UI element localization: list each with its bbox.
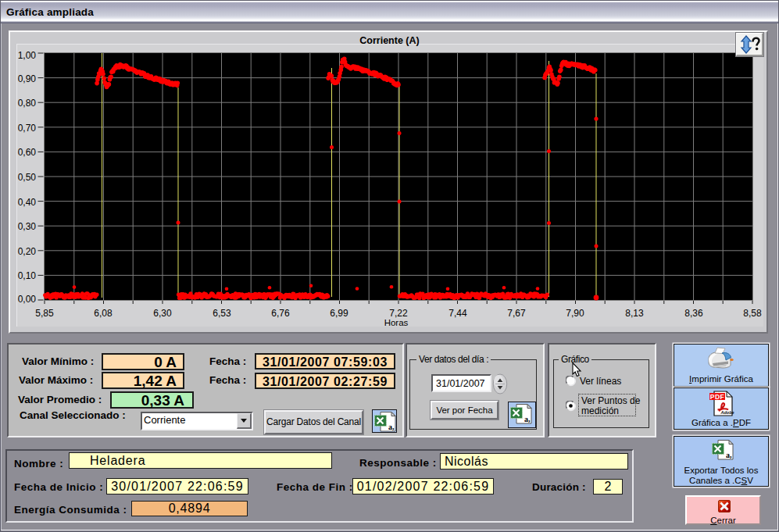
svg-text:a,: a,	[524, 415, 531, 423]
svg-text:a,: a,	[388, 423, 395, 431]
svg-text:a,: a,	[726, 451, 732, 459]
svg-text:PDF: PDF	[710, 393, 725, 401]
svg-text:Adobe: Adobe	[720, 410, 734, 415]
